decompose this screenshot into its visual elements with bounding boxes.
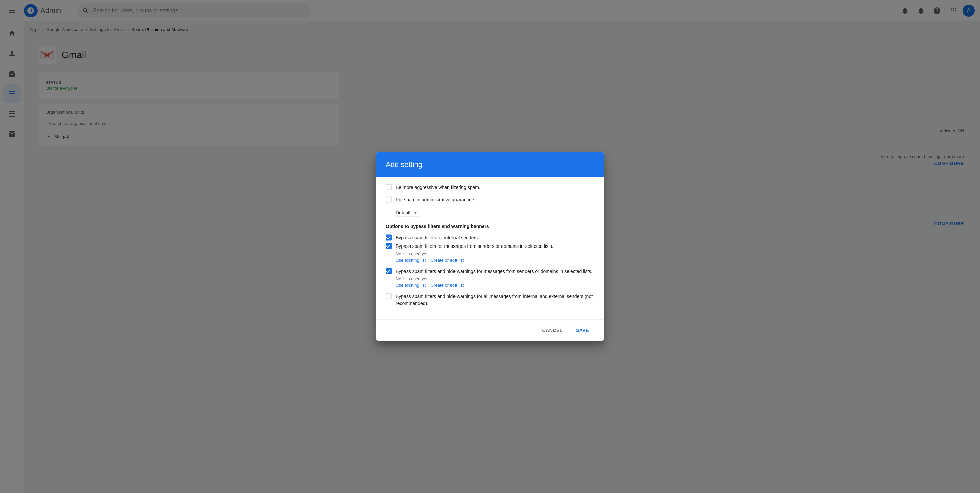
list-links-2: Use existing list Create or edit list — [396, 283, 595, 288]
save-button[interactable]: SAVE — [571, 325, 595, 336]
bypass-internal-checkbox[interactable] — [385, 235, 391, 241]
add-setting-dialog: Add setting Be more aggressive when filt… — [376, 153, 604, 341]
bypass-hide-warnings-sub: No lists used yet. Use existing list Cre… — [396, 276, 595, 288]
bypass-selected-lists-checkbox[interactable] — [385, 243, 391, 249]
create-edit-list-link-2[interactable]: Create or edit list — [431, 283, 463, 288]
no-lists-text-2: No lists used yet. — [396, 276, 429, 281]
bypass-all-label: Bypass spam filters and hide warnings fo… — [396, 293, 595, 307]
admin-quarantine-row: Put spam in administrative quarantine — [385, 196, 595, 203]
bypass-selected-lists-label: Bypass spam filters for messages from se… — [396, 243, 553, 250]
bypass-selected-lists-row: Bypass spam filters for messages from se… — [385, 243, 595, 250]
no-lists-text-1: No lists used yet. — [396, 251, 429, 256]
bypass-hide-warnings-checkbox[interactable] — [385, 268, 391, 274]
admin-quarantine-checkbox[interactable] — [385, 197, 391, 203]
dialog-header: Add setting — [376, 153, 604, 177]
aggressive-spam-row: Be more aggressive when filtering spam. — [385, 184, 595, 191]
admin-quarantine-label: Put spam in administrative quarantine — [396, 196, 474, 203]
quarantine-dropdown[interactable]: Default — [396, 209, 418, 217]
bypass-all-row: Bypass spam filters and hide warnings fo… — [385, 293, 595, 307]
aggressive-spam-label: Be more aggressive when filtering spam. — [396, 184, 480, 191]
cancel-button[interactable]: CANCEL — [537, 325, 568, 336]
dialog-body: Be more aggressive when filtering spam. … — [376, 177, 604, 319]
dialog-footer: CANCEL SAVE — [376, 319, 604, 341]
dropdown-row: Default — [396, 209, 595, 217]
use-existing-list-link-2[interactable]: Use existing list — [396, 283, 426, 288]
dropdown-wrapper[interactable]: Default — [396, 209, 418, 217]
bypass-internal-row: Bypass spam filters for internal senders… — [385, 234, 595, 242]
bypass-hide-warnings-label: Bypass spam filters and hide warnings fo… — [396, 268, 592, 275]
use-existing-list-link-1[interactable]: Use existing list — [396, 258, 426, 262]
bypass-selected-lists-sub: No lists used yet. Use existing list Cre… — [396, 251, 595, 262]
aggressive-spam-checkbox[interactable] — [385, 184, 391, 190]
bypass-internal-label: Bypass spam filters for internal senders… — [396, 234, 479, 242]
bypass-hide-warnings-row: Bypass spam filters and hide warnings fo… — [385, 268, 595, 275]
list-links-1: Use existing list Create or edit list — [396, 258, 595, 262]
bypass-all-checkbox[interactable] — [385, 293, 391, 299]
create-edit-list-link-1[interactable]: Create or edit list — [431, 258, 463, 262]
bypass-section-heading: Options to bypass filters and warning ba… — [385, 224, 595, 229]
dialog-title: Add setting — [385, 161, 422, 169]
